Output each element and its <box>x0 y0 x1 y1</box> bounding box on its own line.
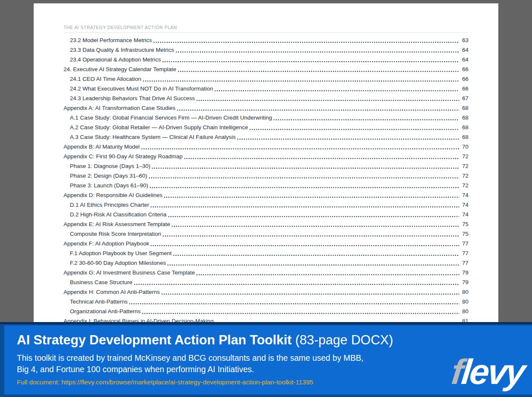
toc-entry[interactable]: D.2 High-Risk AI Classification Criteria… <box>64 210 468 219</box>
toc-page-number: 68 <box>461 113 468 123</box>
toc-dot-leader <box>161 287 459 297</box>
toc-dot-leader <box>143 74 459 84</box>
toc-page-number: 66 <box>461 74 468 84</box>
toc-entry-label: 24.1 CEO AI Time Allocation <box>70 74 141 84</box>
toc-page-number: 75 <box>461 229 468 239</box>
toc-dot-leader <box>149 171 459 181</box>
toc-entry-label: Appendix C: First 90-Day AI Strategy Roa… <box>64 152 183 161</box>
toc-dot-leader <box>196 268 459 277</box>
toc-entry-label: Appendix D: Responsible AI Guidelines <box>64 190 162 200</box>
toc-page-number: 63 <box>461 35 468 45</box>
toc-entry-label: Organizational Anti-Patterns <box>70 306 141 316</box>
toc-entry[interactable]: 23.2 Model Performance Metrics 63 <box>64 35 468 45</box>
toc-entry[interactable]: Appendix E: AI Risk Assessment Template … <box>64 219 468 229</box>
toc-entry[interactable]: D.1 AI Ethics Principles Charter 74 <box>64 200 468 210</box>
toc-entry-label: Appendix G: AI Investment Business Case … <box>64 268 195 277</box>
toc-page-number: 79 <box>461 277 468 287</box>
toc-entry[interactable]: Phase 3: Launch (Days 61–90) 72 <box>64 181 468 190</box>
toc-dot-leader <box>178 64 459 74</box>
toc-entry[interactable]: Appendix B: AI Maturity Model 70 <box>64 142 468 152</box>
toc-dot-leader <box>134 277 459 287</box>
toc-page-number: 68 <box>461 123 468 132</box>
toc-page-number: 64 <box>461 55 468 64</box>
document-header: THE AI STRATEGY DEVELOPMENT ACTION PLAN <box>64 25 468 33</box>
toc-entry-label: Appendix E: AI Risk Assessment Template <box>64 219 170 229</box>
toc-entry-label: F.1 Adoption Playbook by User Segment <box>70 248 172 258</box>
promo-banner-panel: AI Strategy Development Action Plan Tool… <box>4 325 532 394</box>
toc-dot-leader <box>176 45 459 55</box>
flevy-logo-levy: levy <box>460 352 526 392</box>
toc-entry-label: Business Case Structure <box>70 277 133 287</box>
toc-dot-leader <box>237 132 459 142</box>
toc-page-number: 75 <box>461 219 468 229</box>
toc-entry[interactable]: 24. Executive AI Strategy Calendar Templ… <box>64 64 468 74</box>
toc-page-number: 77 <box>461 258 468 268</box>
toc-dot-leader <box>249 123 459 132</box>
toc-entry[interactable]: Technical Anti-Patterns 80 <box>64 297 468 306</box>
toc-page-number: 66 <box>461 84 468 93</box>
toc-page-number: 72 <box>461 171 468 181</box>
toc-entry-label: F.2 30-60-90 Day Adoption Milestones <box>70 258 166 268</box>
toc-page-number: 72 <box>461 152 468 161</box>
flevy-logo: flevy <box>450 354 525 389</box>
toc-entry[interactable]: Business Case Structure 79 <box>64 277 468 287</box>
toc-dot-leader <box>184 152 459 161</box>
toc-entry[interactable]: Composite Risk Score Interpretation 75 <box>64 229 468 239</box>
toc-entry[interactable]: Phase 1: Diagnose (Days 1–30) 72 <box>64 161 468 171</box>
toc-page-number: 77 <box>461 248 468 258</box>
toc-entry[interactable]: Appendix C: First 90-Day AI Strategy Roa… <box>64 152 468 161</box>
toc-entry-label: Composite Risk Score Interpretation <box>70 229 161 239</box>
toc-entry[interactable]: A.3 Case Study: Healthcare System — Clin… <box>64 132 468 142</box>
toc-entry[interactable]: Phase 2: Design (Days 31–60) 72 <box>64 171 468 181</box>
toc-entry-label: Appendix A: AI Transformation Case Studi… <box>64 103 176 113</box>
toc-dot-leader <box>142 306 459 316</box>
toc-entry[interactable]: Appendix D: Responsible AI Guidelines 74 <box>64 190 468 200</box>
toc-page-number: 74 <box>461 210 468 219</box>
toc-dot-leader <box>171 219 459 229</box>
toc-entry-label: 24.3 Leadership Behaviors That Drive AI … <box>70 93 195 103</box>
toc-dot-leader <box>177 103 459 113</box>
toc-entry-label: Technical Anti-Patterns <box>70 297 128 306</box>
toc-entry-label: 24. Executive AI Strategy Calendar Templ… <box>64 64 176 74</box>
toc-entry[interactable]: 24.1 CEO AI Time Allocation 66 <box>64 74 468 84</box>
promo-title: AI Strategy Development Action Plan Tool… <box>17 332 532 349</box>
toc-entry-label: Appendix B: AI Maturity Model <box>64 142 140 152</box>
toc-entry-label: 23.3 Data Quality & Infrastructure Metri… <box>70 45 174 55</box>
toc-entry[interactable]: Appendix G: AI Investment Business Case … <box>64 268 468 277</box>
toc-entry[interactable]: F.2 30-60-90 Day Adoption Milestones 77 <box>64 258 468 268</box>
toc-entry-label: A.3 Case Study: Healthcare System — Clin… <box>70 132 236 142</box>
toc-entry[interactable]: 24.2 What Executives Must NOT Do in AI T… <box>64 84 468 93</box>
toc-entry[interactable]: Appendix F: AI Adoption Playbook 77 <box>64 239 468 248</box>
toc-dot-leader <box>214 84 459 93</box>
toc-entry-label: A.2 Case Study: Global Retailer — AI-Dri… <box>70 123 248 132</box>
toc-dot-leader <box>168 210 459 219</box>
toc-dot-leader <box>162 229 459 239</box>
toc-dot-leader <box>141 142 459 152</box>
toc-dot-leader <box>273 113 459 123</box>
toc-entry[interactable]: 23.4 Operational & Adoption Metrics 64 <box>64 55 468 64</box>
toc-page-number: 67 <box>461 93 468 103</box>
toc-entry[interactable]: Organizational Anti-Patterns 80 <box>64 306 468 316</box>
toc-dot-leader <box>152 161 459 171</box>
toc-dot-leader <box>164 190 459 200</box>
toc-dot-leader <box>129 297 459 306</box>
toc-page-number: 70 <box>461 142 468 152</box>
toc-entry[interactable]: 23.3 Data Quality & Infrastructure Metri… <box>64 45 468 55</box>
toc-page-number: 80 <box>461 306 468 316</box>
toc-page-number: 80 <box>461 287 468 297</box>
toc-entry[interactable]: F.1 Adoption Playbook by User Segment 77 <box>64 248 468 258</box>
toc-entry[interactable]: Appendix A: AI Transformation Case Studi… <box>64 103 468 113</box>
toc-entry[interactable]: Appendix H: Common AI Anti-Patterns 80 <box>64 287 468 297</box>
promo-title-main: AI Strategy Development Action Plan Tool… <box>17 333 292 347</box>
toc-dot-leader <box>162 55 459 64</box>
toc-entry[interactable]: A.2 Case Study: Global Retailer — AI-Dri… <box>64 123 468 132</box>
toc-page-number: 79 <box>461 268 468 277</box>
toc-page-number: 74 <box>461 200 468 210</box>
toc-entry[interactable]: A.1 Case Study: Global Financial Service… <box>64 113 468 123</box>
toc-entry-label: Phase 3: Launch (Days 61–90) <box>70 181 148 190</box>
toc-dot-leader <box>196 93 459 103</box>
toc-entry-label: D.2 High-Risk AI Classification Criteria <box>70 210 167 219</box>
toc-dot-leader <box>150 239 459 248</box>
toc-entry-label: 24.2 What Executives Must NOT Do in AI T… <box>70 84 213 93</box>
toc-entry[interactable]: 24.3 Leadership Behaviors That Drive AI … <box>64 93 468 103</box>
